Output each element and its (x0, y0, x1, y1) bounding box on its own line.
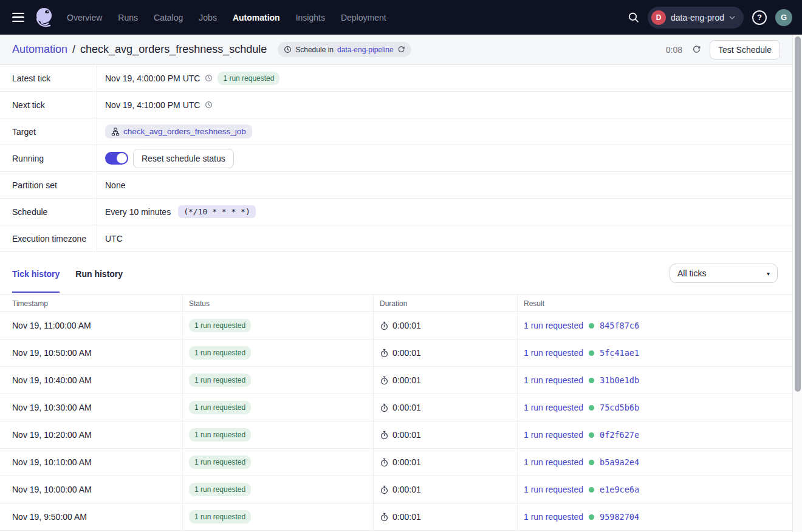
run-id-link[interactable]: 75cd5b6b (600, 403, 639, 412)
run-requested-link[interactable]: 1 run requested (524, 321, 583, 330)
table-row: Nov 19, 10:40:00 AM 1 run requested 0:00… (0, 367, 792, 394)
tick-timestamp: Nov 19, 10:20:00 AM (0, 421, 182, 448)
test-schedule-button[interactable]: Test Schedule (710, 40, 780, 60)
tab-run-history[interactable]: Run history (75, 254, 123, 293)
detail-row-running: Running Reset schedule status (0, 145, 792, 172)
table-header-row: Timestamp Status Duration Result (0, 295, 792, 312)
latest-tick-status-badge: 1 run requested (218, 72, 279, 85)
menu-button[interactable] (10, 10, 27, 24)
help-button[interactable]: ? (752, 10, 767, 25)
clock-icon (205, 101, 213, 109)
run-success-dot-icon (589, 350, 594, 356)
tick-duration: 0:00:01 (392, 512, 421, 522)
detail-label: Next tick (0, 92, 97, 118)
reload-location-icon[interactable] (397, 46, 405, 53)
stopwatch-icon (380, 458, 389, 467)
tick-status-badge: 1 run requested (189, 346, 251, 360)
nav-item-catalog[interactable]: Catalog (154, 13, 183, 22)
run-requested-link[interactable]: 1 run requested (524, 512, 583, 522)
refresh-button[interactable] (692, 45, 701, 54)
nav-item-deployment[interactable]: Deployment (341, 13, 386, 22)
target-job-pill[interactable]: check_avg_orders_freshness_job (105, 124, 252, 138)
run-requested-link[interactable]: 1 run requested (524, 348, 583, 358)
tick-table-body: Nov 19, 11:00:00 AM 1 run requested 0:00… (0, 312, 792, 531)
run-requested-link[interactable]: 1 run requested (524, 485, 583, 494)
tick-timestamp: Nov 19, 10:50:00 AM (0, 339, 182, 366)
stopwatch-icon (380, 376, 389, 385)
run-id-link[interactable]: b5a9a2e4 (600, 457, 639, 467)
reset-schedule-status-button[interactable]: Reset schedule status (133, 149, 234, 168)
tick-duration: 0:00:01 (392, 375, 421, 385)
search-button[interactable] (628, 12, 639, 23)
breadcrumb-bar: Automation / check_avg_orders_freshness_… (0, 35, 792, 65)
run-success-dot-icon (589, 514, 594, 520)
clock-icon (284, 46, 292, 53)
tick-timestamp: Nov 19, 11:00:00 AM (0, 312, 182, 339)
run-id-link[interactable]: e1e9ce6a (600, 485, 639, 494)
run-success-dot-icon (589, 378, 594, 383)
code-location-link[interactable]: data-eng-pipeline (337, 46, 394, 54)
stopwatch-icon (380, 349, 389, 358)
detail-label: Target (0, 118, 97, 145)
tick-timestamp: Nov 19, 9:50:00 AM (0, 503, 182, 530)
latest-tick-time: Nov 19, 4:00:00 PM UTC (105, 73, 200, 83)
nav-item-insights[interactable]: Insights (296, 13, 325, 22)
table-row: Nov 19, 10:20:00 AM 1 run requested 0:00… (0, 421, 792, 449)
detail-row-schedule: Schedule Every 10 minutes (*/10 * * * *) (0, 199, 792, 225)
stopwatch-icon (380, 485, 389, 494)
stopwatch-icon (380, 513, 389, 522)
run-id-link[interactable]: 0f2f627e (600, 430, 639, 440)
tick-filter-select[interactable]: All ticks ▾ (670, 264, 778, 283)
run-id-link[interactable]: 5fc41ae1 (600, 348, 639, 358)
running-toggle[interactable] (105, 152, 128, 165)
schedule-details: Latest tick Nov 19, 4:00:00 PM UTC 1 run… (0, 65, 792, 252)
detail-row-next-tick: Next tick Nov 19, 4:10:00 PM UTC (0, 92, 792, 118)
nav-item-jobs[interactable]: Jobs (199, 13, 217, 22)
run-success-dot-icon (589, 487, 594, 493)
execution-timezone-value: UTC (105, 234, 123, 244)
tick-status-badge: 1 run requested (189, 483, 251, 496)
table-row: Nov 19, 10:50:00 AM 1 run requested 0:00… (0, 339, 792, 367)
detail-label: Schedule (0, 199, 97, 225)
chevron-down-icon (729, 16, 735, 19)
dagster-logo[interactable] (34, 7, 55, 29)
run-requested-link[interactable]: 1 run requested (524, 403, 583, 412)
nav-item-overview[interactable]: Overview (67, 13, 102, 22)
table-row: Nov 19, 11:00:00 AM 1 run requested 0:00… (0, 312, 792, 339)
deployment-switcher[interactable]: D data-eng-prod (648, 7, 744, 29)
tab-tick-history[interactable]: Tick history (12, 254, 60, 293)
table-row: Nov 19, 9:50:00 AM 1 run requested 0:00:… (0, 503, 792, 531)
cron-expression: (*/10 * * * *) (178, 205, 256, 218)
nav-item-automation[interactable]: Automation (233, 13, 280, 22)
schedule-badge-prefix: Schedule in (295, 46, 334, 54)
table-row: Nov 19, 10:00:00 AM 1 run requested 0:00… (0, 476, 792, 503)
nav-item-runs[interactable]: Runs (118, 13, 138, 22)
next-tick-time: Nov 19, 4:10:00 PM UTC (105, 100, 200, 110)
tick-filter-selected-value: All ticks (677, 268, 706, 278)
tick-timestamp: Nov 19, 10:10:00 AM (0, 449, 182, 476)
detail-label: Execution timezone (0, 225, 97, 251)
run-success-dot-icon (589, 460, 594, 465)
detail-row-partition-set: Partition set None (0, 172, 792, 199)
run-success-dot-icon (589, 432, 594, 438)
run-id-link[interactable]: 31b0e1db (600, 375, 639, 385)
tick-status-badge: 1 run requested (189, 428, 251, 442)
tick-duration: 0:00:01 (392, 485, 421, 494)
run-id-link[interactable]: 845f87c6 (600, 321, 639, 330)
tick-timestamp: Nov 19, 10:00:00 AM (0, 476, 182, 503)
column-header-timestamp: Timestamp (0, 295, 182, 312)
refresh-countdown: 0:08 (666, 45, 682, 55)
deployment-initial-badge: D (651, 10, 666, 25)
tick-duration: 0:00:01 (392, 348, 421, 358)
run-id-link[interactable]: 95982704 (600, 512, 639, 522)
scrollbar-thumb[interactable] (795, 36, 801, 392)
run-requested-link[interactable]: 1 run requested (524, 457, 583, 467)
page-content: Automation / check_avg_orders_freshness_… (0, 35, 793, 532)
detail-row-execution-timezone: Execution timezone UTC (0, 225, 792, 252)
user-avatar[interactable]: G (775, 9, 792, 26)
run-requested-link[interactable]: 1 run requested (524, 375, 583, 385)
tick-duration: 0:00:01 (392, 403, 421, 412)
run-requested-link[interactable]: 1 run requested (524, 430, 583, 440)
target-job-link[interactable]: check_avg_orders_freshness_job (123, 127, 246, 136)
breadcrumb-automation-link[interactable]: Automation (12, 43, 67, 56)
